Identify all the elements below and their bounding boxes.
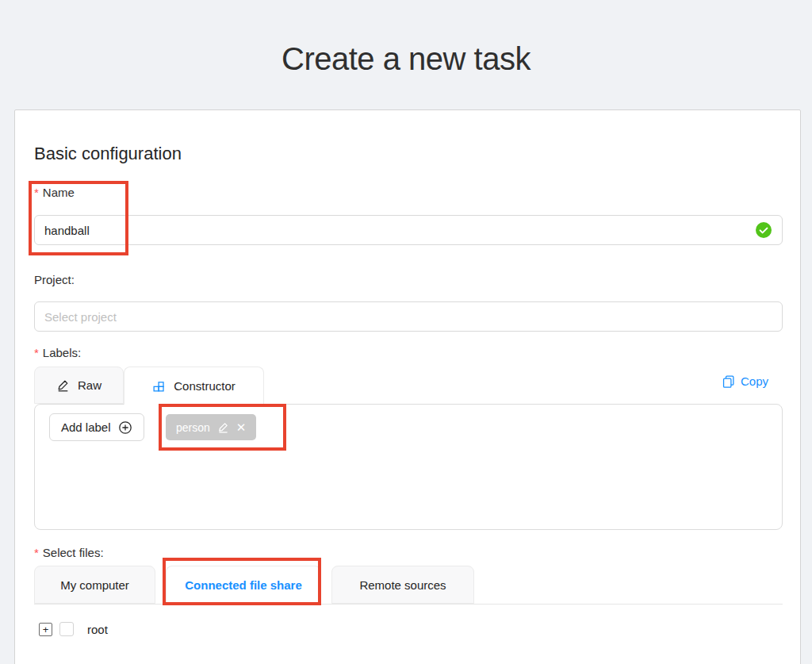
copy-icon: [722, 374, 735, 388]
required-mark: *: [34, 186, 39, 199]
basic-configuration-card: Basic configuration * Name Project: * La…: [14, 109, 801, 664]
required-mark: *: [34, 546, 39, 559]
labels-label-text: Labels:: [43, 346, 81, 359]
tree-root-label[interactable]: root: [87, 623, 108, 636]
plus-circle-icon: [118, 420, 132, 435]
page-title: Create a new task: [0, 41, 812, 77]
close-icon[interactable]: ✕: [236, 421, 247, 433]
build-icon: [152, 379, 166, 393]
tab-constructor-label: Constructor: [174, 379, 236, 393]
project-select-input[interactable]: [34, 301, 783, 332]
create-task-page: Create a new task Basic configuration * …: [0, 0, 812, 664]
select-files-field-label: * Select files:: [34, 546, 104, 559]
edit-icon: [56, 378, 70, 392]
name-field-label: * Name: [34, 186, 75, 199]
checkbox-icon[interactable]: [59, 622, 74, 636]
copy-button-label: Copy: [741, 374, 768, 388]
section-heading: Basic configuration: [34, 144, 182, 164]
select-files-label-text: Select files:: [43, 546, 104, 559]
files-tab-bar: My computer Connected file share Remote …: [34, 566, 783, 605]
tab-raw[interactable]: Raw: [34, 367, 124, 404]
tab-my-computer[interactable]: My computer: [34, 566, 155, 604]
add-label-button[interactable]: Add label: [49, 413, 144, 441]
tab-raw-label: Raw: [78, 378, 102, 392]
tree-expander-glyph: +: [43, 624, 49, 635]
required-mark: *: [34, 346, 39, 359]
name-input[interactable]: [34, 215, 783, 245]
labels-tab-bar: Raw Constructor: [34, 367, 264, 405]
project-label-text: Project:: [34, 273, 75, 286]
tab-connected-file-share-label: Connected file share: [185, 578, 302, 592]
add-label-button-label: Add label: [61, 420, 111, 434]
labels-field-label: * Labels:: [34, 346, 81, 359]
label-tag-name: person: [176, 421, 210, 434]
project-field-label: Project:: [34, 273, 75, 286]
tab-remote-sources[interactable]: Remote sources: [331, 566, 474, 604]
label-tag-person[interactable]: person ✕: [166, 414, 256, 440]
file-tree-root-row: + root: [39, 622, 108, 636]
tab-my-computer-label: My computer: [60, 578, 129, 592]
label-constructor-area: Add label person ✕: [34, 404, 783, 530]
name-label-text: Name: [43, 186, 75, 199]
copy-button[interactable]: Copy: [722, 374, 768, 388]
tab-remote-sources-label: Remote sources: [359, 578, 446, 592]
tab-constructor[interactable]: Constructor: [124, 367, 264, 405]
plus-square-icon[interactable]: +: [39, 623, 52, 636]
edit-icon[interactable]: [217, 421, 229, 433]
tab-connected-file-share[interactable]: Connected file share: [166, 566, 321, 605]
